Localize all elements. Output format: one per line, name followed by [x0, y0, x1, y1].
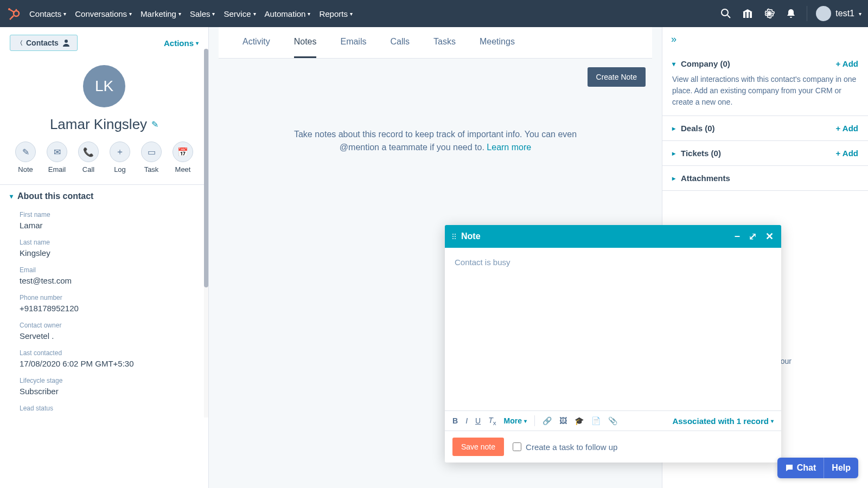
nav-conversations[interactable]: Conversations▾: [75, 9, 132, 18]
field-email[interactable]: Emailtest@test.com: [0, 263, 208, 291]
bold-button[interactable]: B: [452, 416, 458, 425]
action-email[interactable]: ✉Email: [47, 142, 67, 174]
rp-body: View all interactions with this contact'…: [672, 74, 858, 108]
rp-header[interactable]: ▸Attachments: [672, 174, 858, 183]
collapse-right-icon[interactable]: »: [662, 27, 868, 52]
field-last-name[interactable]: Last nameKingsley: [0, 235, 208, 263]
followup-label: Create a task to follow up: [526, 442, 617, 452]
field-value: test@test.com: [20, 276, 189, 285]
back-to-contacts[interactable]: 〈 Contacts: [10, 35, 78, 51]
expand-icon[interactable]: ⤢: [749, 230, 757, 242]
chevron-icon: ▾: [672, 60, 675, 68]
field-first-name[interactable]: First nameLamar: [0, 208, 208, 235]
nav-reports[interactable]: Reports▾: [319, 9, 353, 18]
tab-notes[interactable]: Notes: [294, 37, 317, 58]
actions-dropdown[interactable]: Actions ▾: [164, 38, 199, 48]
image-icon[interactable]: 🖼: [559, 416, 567, 425]
help-button[interactable]: Help: [824, 458, 858, 478]
action-log[interactable]: ＋Log: [110, 142, 130, 174]
chevron-down-icon: ▾: [212, 11, 215, 17]
about-section-header[interactable]: ▾ About this contact: [0, 184, 208, 208]
followup-checkbox[interactable]: [513, 442, 521, 451]
nav-contacts[interactable]: Contacts▾: [29, 9, 66, 18]
add-button[interactable]: + Add: [835, 149, 858, 158]
document-icon[interactable]: 📄: [591, 416, 601, 425]
svg-point-12: [768, 12, 771, 15]
tab-activity[interactable]: Activity: [242, 37, 270, 58]
search-icon[interactable]: [720, 8, 732, 20]
rp-section: ▾Company (0)+ AddView all interactions w…: [662, 52, 868, 116]
clear-format-button[interactable]: Tx: [488, 416, 496, 426]
notifications-icon[interactable]: [785, 8, 797, 20]
field-lifecycle-stage[interactable]: Lifecycle stageSubscriber: [0, 374, 208, 401]
nav-automation[interactable]: Automation▾: [265, 9, 311, 18]
svg-rect-11: [750, 12, 752, 18]
nav-left: Contacts▾ Conversations▾ Marketing▾ Sale…: [7, 7, 353, 21]
learn-more-link[interactable]: Learn more: [487, 143, 531, 152]
underline-button[interactable]: U: [475, 416, 481, 425]
back-label: Contacts: [26, 38, 59, 47]
tab-emails[interactable]: Emails: [340, 37, 366, 58]
rp-header[interactable]: ▸Deals (0)+ Add: [672, 124, 858, 133]
add-button[interactable]: + Add: [835, 59, 858, 68]
user-avatar-icon: [816, 6, 831, 21]
add-button[interactable]: + Add: [835, 124, 858, 133]
edit-icon[interactable]: ✎: [151, 119, 158, 130]
rp-header[interactable]: ▸Tickets (0)+ Add: [672, 149, 858, 158]
chat-button[interactable]: Chat: [777, 458, 824, 478]
action-call[interactable]: 📞Call: [78, 142, 99, 174]
action-meet[interactable]: 📅Meet: [173, 142, 193, 174]
chevron-down-icon: ▾: [129, 11, 132, 17]
svg-point-13: [65, 40, 68, 43]
drag-handle-icon[interactable]: [452, 234, 456, 239]
chevron-down-icon: ▾: [63, 11, 66, 17]
link-icon[interactable]: 🔗: [542, 416, 552, 425]
note-header[interactable]: Note – ⤢ ✕: [445, 225, 781, 248]
italic-button[interactable]: I: [465, 416, 468, 425]
action-label: Email: [48, 165, 66, 174]
action-label: Note: [18, 165, 33, 174]
tab-tasks[interactable]: Tasks: [433, 37, 456, 58]
hubspot-logo[interactable]: [7, 7, 21, 21]
tab-calls[interactable]: Calls: [390, 37, 410, 58]
minimize-icon[interactable]: –: [735, 230, 740, 242]
action-label: Task: [144, 165, 159, 174]
attachment-icon[interactable]: 📎: [608, 416, 617, 425]
field-value: Servetel .: [20, 331, 189, 341]
nav-service[interactable]: Service▾: [224, 9, 256, 18]
field-phone-number[interactable]: Phone number+918178952120: [0, 291, 208, 318]
chevron-down-icon: ▾: [350, 11, 353, 17]
field-value: +918178952120: [20, 304, 189, 313]
marketplace-icon[interactable]: [742, 8, 754, 20]
snippet-icon[interactable]: 🎓: [575, 416, 584, 425]
field-label: Last contacted: [20, 349, 189, 357]
note-toolbar: B I U Tx More▾ 🔗 🖼 🎓 📄 📎 Associated with…: [445, 410, 781, 431]
action-task[interactable]: ▭Task: [141, 142, 162, 174]
tab-meetings[interactable]: Meetings: [480, 37, 515, 58]
record-tabs: ActivityNotesEmailsCallsTasksMeetings: [219, 27, 652, 59]
email-icon: ✉: [47, 142, 67, 162]
save-note-button[interactable]: Save note: [452, 438, 504, 456]
chat-help-widget[interactable]: Chat Help: [777, 458, 858, 478]
scrollbar-thumb[interactable]: [204, 49, 208, 287]
call-icon: 📞: [78, 142, 99, 162]
field-last-contacted[interactable]: Last contacted17/08/2020 6:02 PM GMT+5:3…: [0, 346, 208, 374]
about-title: About this contact: [17, 191, 93, 201]
nav-sales[interactable]: Sales▾: [190, 9, 215, 18]
person-icon: [62, 38, 71, 47]
action-note[interactable]: ✎Note: [15, 142, 36, 174]
field-lead-status[interactable]: Lead status: [0, 401, 208, 420]
note-textarea[interactable]: Contact is busy: [445, 248, 781, 410]
associated-records-dropdown[interactable]: Associated with 1 record▾: [672, 416, 774, 426]
note-editor-popup: Note – ⤢ ✕ Contact is busy B I U Tx More…: [445, 225, 781, 463]
nav-marketing[interactable]: Marketing▾: [141, 9, 181, 18]
followup-checkbox-row[interactable]: Create a task to follow up: [513, 442, 617, 452]
field-contact-owner[interactable]: Contact ownerServetel .: [0, 318, 208, 346]
settings-icon[interactable]: [763, 8, 775, 20]
create-note-button[interactable]: Create Note: [588, 67, 646, 87]
rp-header[interactable]: ▾Company (0)+ Add: [672, 59, 858, 68]
close-icon[interactable]: ✕: [765, 230, 774, 242]
svg-rect-9: [743, 12, 745, 18]
more-format-button[interactable]: More▾: [504, 416, 527, 425]
user-menu[interactable]: test1 ▾: [807, 6, 861, 21]
